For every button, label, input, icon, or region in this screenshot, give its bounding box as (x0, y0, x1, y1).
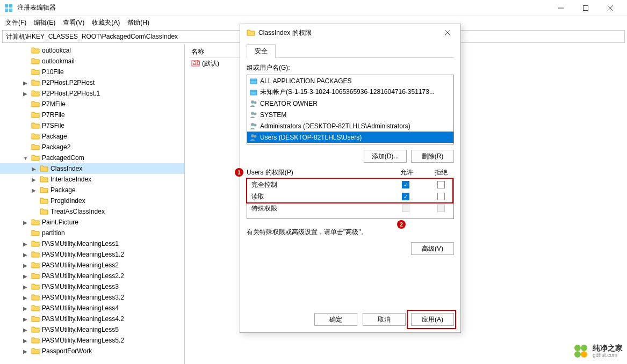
tree-item[interactable]: ▶PASMUtility.MeaningLess1.2 (0, 249, 184, 260)
tree-label: P7MFile (42, 100, 66, 108)
watermark-sub: gdhst.com (593, 352, 623, 358)
tree-item[interactable]: Package (0, 131, 184, 142)
expander-icon[interactable]: ▾ (21, 155, 29, 161)
menu-favorites[interactable]: 收藏夹(A) (89, 17, 123, 28)
tree-item[interactable]: ProgIdIndex (0, 195, 184, 206)
menu-file[interactable]: 文件(F) (2, 17, 30, 28)
tree-item[interactable]: ▶InterfaceIndex (0, 174, 184, 185)
expander-icon[interactable]: ▶ (21, 284, 29, 290)
tree-label: ProgIdIndex (51, 197, 85, 205)
expander-icon[interactable]: ▶ (21, 220, 29, 225)
tree-label: PackagedCom (42, 154, 84, 162)
expander-icon[interactable]: ▶ (30, 177, 38, 183)
tree-item[interactable]: ▶PASMUtility.MeaningLess3.2 (0, 292, 184, 303)
tree-item[interactable]: ▶Package (0, 185, 184, 195)
group-item[interactable]: SYSTEM (247, 109, 453, 120)
groups-label: 组或用户名(G): (247, 63, 454, 72)
maximize-button[interactable] (573, 0, 598, 16)
group-item[interactable]: ALL APPLICATION PACKAGES (247, 75, 453, 86)
tree-label: P7SFile (42, 122, 64, 129)
svg-point-20 (251, 123, 254, 126)
tree-item[interactable]: outlookmail (0, 56, 184, 67)
tree-item[interactable]: ▶PASMUtility.MeaningLess4 (0, 303, 184, 314)
deny-checkbox (437, 205, 445, 212)
tree-label: PASMUtility.MeaningLess3.2 (42, 294, 124, 301)
tree-item[interactable]: ▶PASMUtility.MeaningLess1 (0, 238, 184, 249)
expander-icon[interactable]: ▶ (30, 166, 38, 172)
tree-item[interactable]: ▶PASMUtility.MeaningLess2 (0, 260, 184, 271)
expander-icon[interactable]: ▶ (21, 295, 29, 301)
groups-listbox[interactable]: ALL APPLICATION PACKAGES未知帐户(S-1-15-3-10… (247, 75, 454, 144)
group-item[interactable]: CREATOR OWNER (247, 98, 453, 109)
minimize-button[interactable] (549, 0, 573, 16)
group-item[interactable]: Users (DESKTOP-82TLHLS\Users) (247, 132, 453, 143)
tree-item[interactable]: ▶PASMUtility.MeaningLess2.2 (0, 271, 184, 281)
tree-item[interactable]: ▶ClassIndex (0, 163, 184, 174)
address-path: 计算机\HKEY_CLASSES_ROOT\PackagedCom\ClassI… (6, 32, 178, 41)
tree-item[interactable]: ▶PASMUtility.MeaningLess5.2 (0, 335, 184, 346)
tree-label: Package2 (42, 143, 70, 151)
tree-item[interactable]: ▾PackagedCom (0, 152, 184, 163)
advanced-button[interactable]: 高级(V) (411, 242, 454, 255)
expander-icon[interactable]: ▶ (21, 338, 29, 344)
remove-button[interactable]: 删除(R) (411, 150, 454, 163)
tree-item[interactable]: ▶P2PHost.P2PHost (0, 77, 184, 88)
expander-icon[interactable]: ▶ (21, 327, 29, 333)
tree-item[interactable]: P7RFile (0, 110, 184, 120)
tree-item[interactable]: Package2 (0, 142, 184, 152)
folder-icon (247, 28, 255, 37)
tree-label: Package (51, 186, 76, 194)
tree-label: PASMUtility.MeaningLess1.2 (42, 251, 124, 258)
ok-button[interactable]: 确定 (314, 313, 357, 326)
cancel-button[interactable]: 取消 (363, 313, 406, 326)
apply-button[interactable]: 应用(A) (411, 313, 454, 326)
expander-icon[interactable]: ▶ (21, 91, 29, 97)
close-button[interactable] (598, 0, 623, 16)
group-label: ALL APPLICATION PACKAGES (260, 77, 352, 85)
folder-icon (40, 175, 48, 184)
group-item[interactable]: 未知帐户(S-1-15-3-1024-1065365936-1281604716… (247, 86, 453, 98)
tree-item[interactable]: ▶PassportForWork (0, 346, 184, 356)
users-icon (249, 99, 258, 108)
tree-item[interactable]: P7MFile (0, 99, 184, 110)
tree-item[interactable]: P7SFile (0, 120, 184, 131)
tree-label: PASMUtility.MeaningLess3 (42, 283, 119, 290)
dialog-close-button[interactable] (439, 24, 456, 41)
expander-icon[interactable]: ▶ (21, 241, 29, 247)
tree-item[interactable]: ▶PASMUtility.MeaningLess3 (0, 281, 184, 292)
tree-pane[interactable]: outlookcaloutlookmailP10File▶P2PHost.P2P… (0, 44, 185, 364)
deny-checkbox[interactable] (437, 181, 445, 188)
allow-checkbox[interactable]: ✓ (402, 193, 409, 200)
window-title: 注册表编辑器 (17, 3, 549, 12)
deny-checkbox[interactable] (437, 193, 445, 200)
expander-icon[interactable]: ▶ (21, 80, 29, 86)
menu-edit[interactable]: 编辑(E) (31, 17, 59, 28)
tree-label: PASMUtility.MeaningLess2.2 (42, 272, 124, 280)
group-item[interactable]: Administrators (DESKTOP-82TLHLS\Administ… (247, 120, 453, 132)
expander-icon[interactable]: ▶ (21, 305, 29, 311)
tree-item[interactable]: ▶PASMUtility.MeaningLess4.2 (0, 314, 184, 324)
tree-item[interactable]: P10File (0, 67, 184, 77)
tree-item[interactable]: outlookcal (0, 45, 184, 56)
tree-item[interactable]: partition (0, 228, 184, 238)
expander-icon[interactable]: ▶ (21, 252, 29, 258)
menu-view[interactable]: 查看(V) (60, 17, 88, 28)
expander-icon[interactable]: ▶ (21, 316, 29, 322)
app-icon (4, 4, 13, 12)
allow-checkbox[interactable]: ✓ (402, 181, 409, 188)
expander-icon[interactable]: ▶ (21, 348, 29, 354)
tree-label: Package (42, 133, 67, 140)
users-icon (249, 133, 258, 142)
tree-item[interactable]: ▶PASMUtility.MeaningLess5 (0, 324, 184, 335)
menu-help[interactable]: 帮助(H) (124, 17, 153, 28)
add-button[interactable]: 添加(D)... (364, 150, 407, 163)
tab-security[interactable]: 安全 (247, 44, 276, 58)
folder-icon (31, 261, 40, 270)
tree-item[interactable]: ▶P2PHost.P2PHost.1 (0, 88, 184, 99)
expander-icon[interactable]: ▶ (21, 263, 29, 268)
tree-item[interactable]: TreatAsClassIndex (0, 206, 184, 217)
annotation-badge-1: 1 (235, 168, 243, 177)
tree-item[interactable]: ▶Paint.Picture (0, 217, 184, 228)
expander-icon[interactable]: ▶ (21, 273, 29, 279)
expander-icon[interactable]: ▶ (30, 187, 38, 193)
